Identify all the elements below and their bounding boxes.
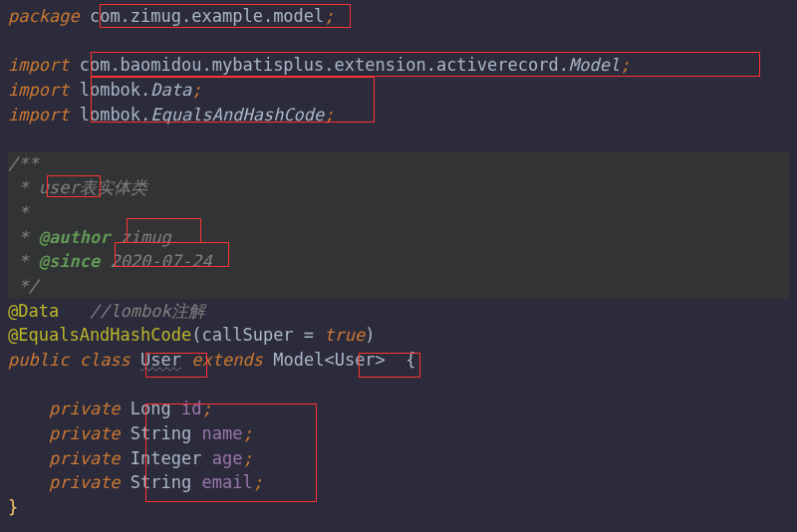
javadoc-close: */	[8, 274, 789, 299]
package-line: package com.zimug.example.model;	[8, 4, 789, 29]
field-line: private String email;	[8, 470, 789, 495]
class-close: }	[8, 495, 789, 520]
super-type: Model	[273, 350, 324, 370]
import-line: import com.baomidou.mybatisplus.extensio…	[8, 53, 789, 78]
semicolon: ;	[191, 80, 201, 100]
lombok-comment: //lombok注解	[90, 301, 205, 321]
keyword-package: package	[8, 6, 80, 26]
javadoc-entity: user	[39, 177, 80, 197]
field-line: private String name;	[8, 421, 789, 446]
keyword-import: import	[8, 55, 69, 75]
annotation-data-text: @Data	[8, 301, 59, 321]
javadoc-open: /**	[8, 151, 789, 176]
code-editor[interactable]: package com.zimug.example.model; import …	[0, 0, 797, 523]
annotation-ehc: @EqualsAndHashCode(callSuper = true)	[8, 323, 789, 348]
annotation-data: @Data //lombok注解	[8, 299, 789, 324]
generic-type: User	[335, 350, 376, 370]
javadoc-since-value: 2020-07-24	[110, 251, 211, 271]
field-type: String	[131, 472, 191, 492]
import-line: import lombok.EqualsAndHashCode;	[8, 103, 789, 128]
field-type: Long	[131, 399, 171, 418]
javadoc-author-value: zimug	[121, 227, 181, 247]
field-line: private Long id;	[8, 397, 789, 421]
javadoc-tag-author: @author	[39, 227, 111, 247]
blank-line	[8, 29, 789, 54]
true-value: true	[324, 325, 365, 345]
field-line: private Integer age;	[8, 446, 789, 471]
import-name: com.baomidou.mybatisplus.extension.activ…	[80, 55, 620, 75]
field-name: id	[181, 399, 201, 418]
package-name: com.zimug.example.model	[90, 6, 324, 26]
field-type: String	[131, 423, 191, 443]
field-type: Integer	[131, 448, 202, 468]
semicolon: ;	[324, 105, 334, 125]
javadoc-author: * @author zimug	[8, 225, 789, 250]
import-line: import lombok.Data;	[8, 78, 789, 103]
annotation-ehc-text: @EqualsAndHashCode	[8, 325, 191, 345]
javadoc-tag-since: @since	[39, 251, 100, 271]
keyword-private: private	[49, 399, 121, 418]
keyword-public: public	[8, 350, 69, 370]
javadoc-since: * @since 2020-07-24	[8, 249, 789, 274]
class-declaration: public class User extends Model<User> {	[8, 348, 789, 373]
javadoc-blank: *	[8, 200, 789, 225]
field-name: age	[212, 448, 243, 468]
keyword-import: import	[8, 80, 69, 100]
javadoc-desc: * user表实体类	[8, 175, 789, 200]
semicolon: ;	[324, 6, 334, 26]
field-name: name	[202, 423, 243, 443]
blank-line	[8, 373, 789, 398]
param-name: callSuper	[201, 325, 293, 345]
blank-line	[8, 127, 789, 151]
keyword-private: private	[49, 448, 121, 468]
class-name: User	[140, 350, 181, 370]
keyword-extends: extends	[191, 350, 263, 370]
semicolon: ;	[620, 55, 630, 75]
keyword-import: import	[8, 105, 69, 125]
keyword-private: private	[49, 423, 121, 443]
field-name: email	[202, 472, 253, 492]
import-name: lombok.EqualsAndHashCode	[80, 105, 325, 125]
import-name: lombok.Data	[80, 80, 192, 100]
keyword-class: class	[80, 350, 131, 370]
keyword-private: private	[49, 472, 121, 492]
